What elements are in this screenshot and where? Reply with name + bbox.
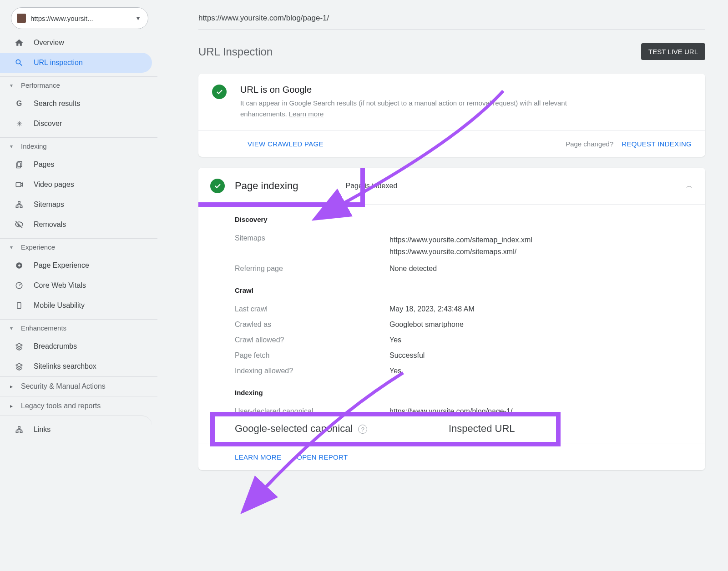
nav-sitelinks-searchbox-label: Sitelinks searchbox [34, 362, 96, 371]
chevron-up-icon[interactable]: ︿ [686, 182, 693, 190]
layers-icon [14, 362, 25, 371]
property-selector[interactable]: https://www.yoursit… ▾ [11, 7, 148, 29]
nav-video-pages[interactable]: Video pages [0, 175, 152, 195]
sitemap-icon [14, 200, 25, 209]
page-fetch-value: Successful [389, 351, 692, 360]
nav-mobile-usability[interactable]: Mobile Usability [0, 296, 152, 316]
caret-down-icon: ▾ [136, 15, 140, 22]
user-canonical-value: https://www.yoursite.com/blog/page-1/ [389, 407, 692, 416]
nav-url-inspection-label: URL inspection [34, 59, 83, 67]
nav-pages-label: Pages [34, 160, 54, 169]
svg-rect-5 [20, 206, 22, 208]
nav-mobile-usability-label: Mobile Usability [34, 301, 85, 310]
nav-overview-label: Overview [34, 39, 64, 47]
svg-rect-2 [16, 183, 21, 187]
verdict-card: URL is on Google It can appear in Google… [198, 74, 705, 157]
sitemaps-label: Sitemaps [235, 234, 389, 257]
phone-icon [14, 301, 25, 310]
discovery-head: Discovery [235, 215, 692, 223]
star-icon: ✳ [14, 120, 25, 128]
google-icon: G [14, 100, 25, 108]
nav-pages[interactable]: Pages [0, 155, 152, 175]
help-icon[interactable]: ? [358, 425, 367, 434]
verdict-description: It can appear in Google Search results (… [240, 98, 568, 120]
nav-url-inspection[interactable]: URL inspection [0, 53, 152, 73]
page-indexing-title: Page indexing [235, 180, 298, 192]
crawl-head: Crawl [235, 286, 692, 294]
inspected-url: https://www.yoursite.com/blog/page-1/ [198, 14, 705, 23]
nav-overview[interactable]: Overview [0, 33, 152, 53]
check-circle-icon [210, 179, 225, 193]
page-indexing-card: Page indexing Page is indexed ︿ Discover… [198, 168, 705, 470]
section-enhancements[interactable]: ▾ Enhancements [0, 319, 157, 336]
property-favicon [17, 14, 26, 23]
google-canonical-label: Google-selected canonical ? [235, 423, 389, 435]
indexing-head: Indexing [235, 389, 692, 396]
view-crawled-page-button[interactable]: VIEW CRAWLED PAGE [248, 140, 324, 148]
nav-discover-label: Discover [34, 120, 62, 128]
indexing-status: Page is indexed [345, 182, 397, 190]
nav-links[interactable]: Links [0, 416, 152, 439]
search-icon [14, 58, 25, 67]
svg-rect-10 [16, 431, 18, 433]
nav-removals-label: Removals [34, 220, 66, 229]
section-security-label: Security & Manual Actions [21, 382, 106, 391]
caret-down-icon: ▾ [10, 82, 18, 89]
svg-rect-4 [16, 206, 18, 208]
home-icon [14, 38, 25, 47]
crawled-as-value: Googlebot smartphone [389, 321, 692, 329]
crawl-allowed-value: Yes [389, 336, 692, 344]
section-performance[interactable]: ▾ Performance [0, 76, 157, 94]
user-canonical-label: User-declared canonical [235, 407, 389, 416]
pages-icon [14, 160, 25, 169]
caret-down-icon: ▾ [10, 325, 18, 331]
learn-more-button[interactable]: LEARN MORE [235, 453, 281, 461]
links-icon [14, 426, 25, 434]
section-indexing-label: Indexing [21, 142, 47, 150]
section-security[interactable]: ▸ Security & Manual Actions [0, 376, 157, 396]
caret-down-icon: ▾ [10, 244, 18, 250]
nav-page-experience-label: Page Experience [34, 261, 89, 270]
referring-page-value: None detected [389, 265, 692, 273]
nav-page-experience[interactable]: Page Experience [0, 255, 152, 275]
layers-icon [14, 342, 25, 351]
crawl-allowed-label: Crawl allowed? [235, 336, 389, 344]
svg-rect-0 [18, 161, 22, 166]
section-performance-label: Performance [21, 81, 60, 89]
page-title: URL Inspection [198, 45, 273, 58]
speedometer-icon [14, 281, 25, 290]
svg-rect-8 [17, 302, 21, 308]
page-fetch-label: Page fetch [235, 351, 389, 360]
page-changed-label: Page changed? [566, 140, 613, 148]
caret-down-icon: ▾ [10, 143, 18, 150]
referring-page-label: Referring page [235, 265, 389, 273]
google-canonical-value: Inspected URL [389, 423, 692, 435]
open-report-button[interactable]: OPEN REPORT [297, 453, 348, 461]
nav-breadcrumbs[interactable]: Breadcrumbs [0, 336, 152, 356]
globe-plus-icon [14, 261, 25, 270]
nav-discover[interactable]: ✳ Discover [0, 114, 152, 134]
section-legacy[interactable]: ▸ Legacy tools and reports [0, 396, 157, 416]
nav-links-label: Links [34, 426, 51, 434]
indexing-allowed-value: Yes [389, 367, 692, 375]
nav-video-pages-label: Video pages [34, 180, 74, 189]
svg-rect-11 [20, 431, 22, 433]
nav-sitemaps[interactable]: Sitemaps [0, 195, 152, 215]
sidebar: https://www.yoursit… ▾ Overview URL insp… [0, 0, 157, 571]
nav-search-results[interactable]: G Search results [0, 94, 152, 114]
video-icon [14, 180, 25, 189]
request-indexing-button[interactable]: REQUEST INDEXING [622, 140, 692, 148]
section-indexing[interactable]: ▾ Indexing [0, 137, 157, 155]
nav-removals[interactable]: Removals [0, 215, 152, 235]
section-enhancements-label: Enhancements [21, 324, 66, 332]
learn-more-link[interactable]: Learn more [289, 110, 324, 118]
test-live-url-button[interactable]: TEST LIVE URL [641, 43, 705, 60]
section-experience-label: Experience [21, 243, 55, 251]
section-experience[interactable]: ▾ Experience [0, 238, 157, 255]
nav-sitemaps-label: Sitemaps [34, 200, 64, 209]
nav-search-results-label: Search results [34, 100, 80, 108]
svg-rect-1 [16, 163, 20, 168]
property-url: https://www.yoursit… [30, 15, 136, 22]
nav-sitelinks-searchbox[interactable]: Sitelinks searchbox [0, 356, 152, 376]
nav-core-web-vitals[interactable]: Core Web Vitals [0, 275, 152, 296]
